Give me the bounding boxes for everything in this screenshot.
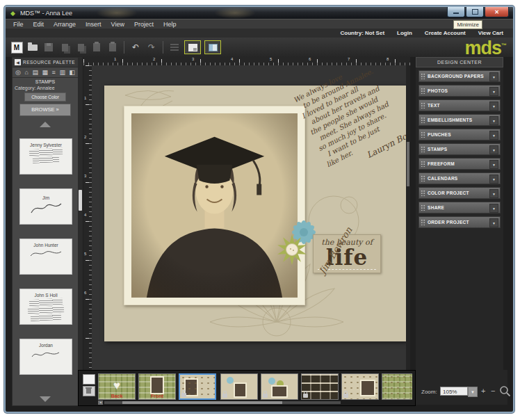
minimize-button[interactable] (447, 7, 465, 17)
chevron-down-icon[interactable]: ▼ (489, 218, 498, 227)
stamp-thumbnail[interactable]: Jenny Sylvester (19, 138, 72, 175)
recent-tab-icon[interactable]: ◎ (15, 69, 21, 76)
choose-color-button[interactable]: Choose Color (24, 92, 66, 102)
ink-tab-icon[interactable]: ◧ (69, 69, 75, 76)
page-view-button[interactable] (184, 40, 201, 54)
add-page-button[interactable] (83, 374, 95, 385)
menu-project[interactable]: Project (129, 21, 159, 28)
align-button[interactable] (168, 41, 181, 54)
spread-view-button[interactable] (204, 40, 221, 54)
lock-icon (222, 394, 227, 398)
chevron-down-icon[interactable]: ▼ (489, 145, 498, 154)
chevron-down-icon[interactable]: ▼ (489, 189, 498, 198)
embellishments-tab-icon[interactable]: ▦ (42, 69, 49, 76)
app-window: ◆ MDS™ - Anna Lee ✕ Minimize File Edit A… (4, 6, 514, 413)
menu-help[interactable]: Help (159, 21, 181, 28)
home-tab-icon[interactable]: ⌂ (24, 69, 28, 76)
close-button[interactable]: ✕ (485, 7, 509, 17)
maximize-button[interactable] (466, 7, 484, 17)
zoom-dropdown-arrow[interactable]: ▼ (468, 387, 478, 397)
open-button[interactable] (26, 41, 39, 54)
page-thumbnail[interactable] (382, 373, 412, 400)
filmstrip-scrollbar[interactable] (104, 401, 341, 404)
create-account-link[interactable]: Create Account (425, 30, 466, 36)
collapse-palette-button[interactable]: ◀ (15, 59, 21, 65)
page-thumbnail[interactable] (220, 373, 258, 400)
zoom-level-select[interactable]: 105% (440, 387, 468, 396)
chevron-down-icon[interactable]: ▼ (489, 131, 498, 140)
redo-button[interactable]: ↷ (145, 41, 158, 54)
thumb-photo (271, 385, 288, 398)
duplicate-button[interactable] (58, 41, 71, 54)
stamp-thumbnail[interactable]: John S Holl (19, 289, 72, 325)
stamp-thumbnail[interactable]: Jim (19, 188, 72, 225)
design-center-item-order-project[interactable]: ORDER PROJECT ▼ (419, 216, 501, 228)
menu-file[interactable]: File (8, 21, 29, 28)
filmstrip-scroll-left-button[interactable]: ◄ (98, 401, 103, 405)
filmstrip-scrollbar-thumb[interactable] (122, 401, 282, 404)
scroll-up-arrow[interactable] (40, 122, 51, 127)
menu-edit[interactable]: Edit (29, 21, 49, 28)
chevron-down-icon[interactable]: ▼ (489, 87, 498, 96)
delete-page-button[interactable] (83, 386, 95, 396)
title-bar[interactable]: ◆ MDS™ - Anna Lee ✕ (6, 7, 513, 19)
text-tab-icon[interactable]: ≡ (52, 69, 56, 76)
chevron-down-icon[interactable]: ▼ (489, 160, 498, 169)
copy-button[interactable] (74, 41, 87, 54)
new-project-button[interactable]: M (10, 41, 23, 54)
chevron-down-icon[interactable]: ▼ (489, 102, 498, 111)
browse-button[interactable]: BROWSE » (19, 104, 71, 116)
page-thumbnail[interactable] (341, 373, 379, 400)
clipboard-button[interactable] (106, 41, 119, 54)
page-thumbnail-collage[interactable] (301, 373, 339, 400)
design-center-item-text[interactable]: TEXT ▼ (419, 99, 501, 111)
journaling-handwriting[interactable]: We always love to be around Annalee. I l… (292, 65, 410, 179)
glass-highlight (96, 7, 138, 19)
design-center-item-color-project[interactable]: COLOR PROJECT ▼ (419, 187, 501, 199)
item-label: COLOR PROJECT (428, 191, 469, 195)
chevron-down-icon[interactable]: ▼ (489, 204, 498, 213)
stamp-thumbnail[interactable]: John Hunter (19, 239, 72, 275)
chevron-down-icon[interactable]: ▼ (489, 116, 498, 125)
canvas-vertical-scrollbar[interactable] (406, 65, 410, 370)
design-center-item-calendars[interactable]: CALENDARS ▼ (419, 172, 501, 184)
books-tab-icon[interactable]: ▥ (59, 69, 65, 76)
menu-view[interactable]: View (106, 21, 129, 28)
canvas-scrollbar-thumb[interactable] (407, 142, 409, 186)
zoom-out-button[interactable]: − (491, 387, 495, 395)
undo-button[interactable]: ↶ (129, 41, 142, 54)
scroll-down-arrow[interactable] (40, 396, 51, 402)
page-thumbnail-selected[interactable] (179, 373, 216, 400)
design-center-item-embellishments[interactable]: EMBELLISHMENTS ▼ (419, 114, 501, 126)
palette-scrollbar[interactable] (78, 57, 83, 406)
paste-button[interactable] (90, 41, 103, 54)
chevron-down-icon[interactable]: ▼ (489, 175, 498, 184)
magnifier-icon[interactable] (499, 385, 511, 397)
graduation-portrait-photo[interactable] (131, 113, 298, 298)
page-thumbnail-back-cover[interactable]: ♥ Back (98, 373, 136, 400)
login-link[interactable]: Login (397, 30, 412, 36)
design-center-item-freeform[interactable]: FREEFORM ▼ (419, 158, 501, 170)
save-button[interactable] (42, 41, 55, 54)
photo-mat[interactable] (124, 106, 305, 305)
country-setting[interactable]: Country: Not Set (341, 30, 385, 36)
stamp-thumbnail[interactable]: Jordan (19, 339, 72, 375)
palette-scrollbar-thumb[interactable] (79, 190, 82, 211)
handwriting-preview (33, 156, 59, 163)
page-thumbnail-front-cover[interactable]: Front (138, 373, 176, 400)
design-center-item-stamps[interactable]: STAMPS ▼ (419, 143, 501, 155)
menu-arrange[interactable]: Arrange (49, 21, 81, 28)
chevron-down-icon[interactable]: ▼ (489, 72, 498, 81)
papers-tab-icon[interactable]: ▤ (32, 69, 38, 76)
view-cart-link[interactable]: View Cart (478, 30, 503, 36)
canvas-area[interactable]: We always love to be around Annalee. I l… (92, 65, 410, 370)
scrapbook-page[interactable]: We always love to be around Annalee. I l… (104, 86, 406, 341)
zoom-in-button[interactable]: + (481, 387, 485, 395)
menu-insert[interactable]: Insert (81, 21, 106, 28)
page-thumbnail[interactable] (261, 373, 298, 400)
design-center-item-share[interactable]: SHARE ▼ (419, 202, 501, 213)
green-flower-embellishment[interactable] (275, 233, 309, 266)
design-center-item-background-papers[interactable]: BACKGROUND PAPERS ▼ (419, 70, 501, 82)
design-center-item-punches[interactable]: PUNCHES ▼ (419, 129, 501, 140)
design-center-item-photos[interactable]: PHOTOS ▼ (419, 85, 501, 97)
